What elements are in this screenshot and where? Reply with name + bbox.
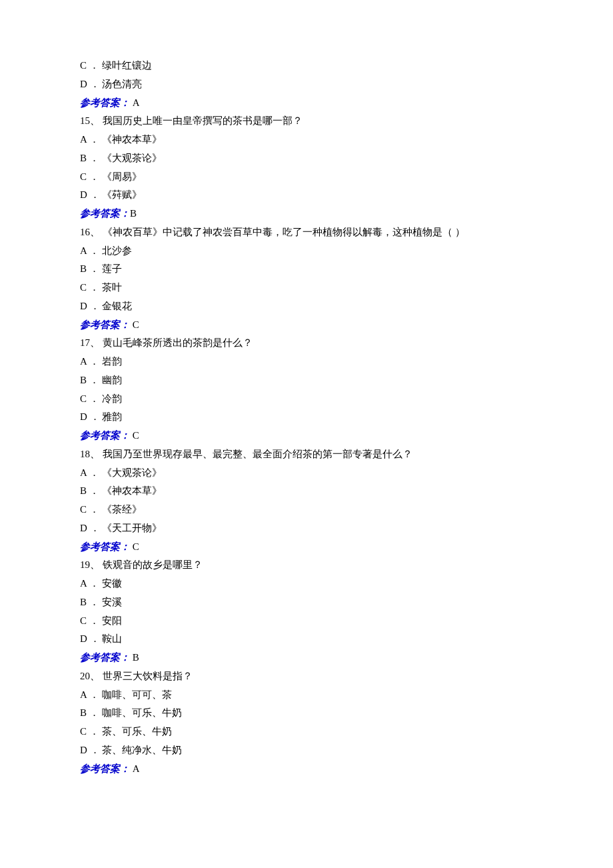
option-letter: B <box>80 707 87 718</box>
option-letter: D <box>80 79 87 89</box>
answer: 参考答案： A <box>80 760 533 779</box>
option: C ． 茶叶 <box>80 279 533 297</box>
option-text: 《天工开物》 <box>102 523 162 533</box>
option: A ． 北沙参 <box>80 242 533 261</box>
option-text: 岩韵 <box>102 356 122 367</box>
option-text: 安徽 <box>102 578 122 589</box>
option-text: 莲子 <box>102 263 122 274</box>
question-text: 世界三大饮料是指？ <box>100 671 193 681</box>
option-letter: C <box>80 726 87 737</box>
answer: 参考答案： B <box>80 649 533 667</box>
answer: 参考答案： C <box>80 316 533 335</box>
option-letter: D <box>80 633 87 644</box>
option-text: 咖啡、可可、茶 <box>102 689 172 700</box>
answer-value: C <box>130 319 139 330</box>
question-number: 16、 <box>80 227 100 237</box>
option-letter: A <box>80 134 87 145</box>
option-letter: D <box>80 301 87 311</box>
option-text: 安溪 <box>102 597 122 607</box>
option: C ． 茶、可乐、牛奶 <box>80 723 533 741</box>
option-text: 金银花 <box>102 301 132 311</box>
option: D ． 雅韵 <box>80 408 533 427</box>
answer-label: 参考答案： <box>80 652 130 663</box>
question-text: 铁观音的故乡是哪里？ <box>100 559 203 570</box>
option: B ． 莲子 <box>80 260 533 279</box>
option-letter: A <box>80 245 87 256</box>
option-letter: D <box>80 523 87 533</box>
option-text: 《大观茶论》 <box>102 153 162 163</box>
option: A ． 岩韵 <box>80 353 533 371</box>
leading-answer: 参考答案： A <box>80 94 533 113</box>
answer-value: B <box>130 652 139 663</box>
option: A ． 《神农本草》 <box>80 131 533 149</box>
option-text: 《大观茶论》 <box>102 467 162 478</box>
option: B ． 安溪 <box>80 593 533 612</box>
answer-value: C <box>130 541 139 552</box>
option-letter: C <box>80 615 87 626</box>
option-text: 《荈赋》 <box>102 189 142 200</box>
question-text: 黄山毛峰茶所透出的茶韵是什么？ <box>100 337 253 348</box>
option-text: 幽韵 <box>102 375 122 385</box>
option-text: 北沙参 <box>102 245 132 256</box>
question-number: 15、 <box>80 115 100 126</box>
answer-label: 参考答案： <box>80 763 130 774</box>
answer-value: C <box>130 430 139 441</box>
document-page: C ． 绿叶红镶边 D ． 汤色清亮 参考答案： A 15、 我国历史上唯一由皇… <box>0 0 613 868</box>
answer-value: B <box>130 208 137 219</box>
answer-value: A <box>130 97 140 108</box>
option: C ． 冷韵 <box>80 390 533 409</box>
option: C ． 安阳 <box>80 612 533 631</box>
option-text: 《茶经》 <box>102 504 142 515</box>
option: D ． 鞍山 <box>80 630 533 649</box>
option-letter: C <box>80 171 87 182</box>
question-stem: 18、 我国乃至世界现存最早、最完整、最全面介绍茶的第一部专著是什么？ <box>80 445 533 464</box>
leading-option: C ． 绿叶红镶边 <box>80 57 533 75</box>
option-letter: D <box>80 189 87 200</box>
question-stem: 19、 铁观音的故乡是哪里？ <box>80 556 533 575</box>
answer-value: A <box>130 763 140 774</box>
leading-option: D ． 汤色清亮 <box>80 75 533 94</box>
question-number: 17、 <box>80 337 100 348</box>
option-text: 汤色清亮 <box>102 79 142 89</box>
question-stem: 15、 我国历史上唯一由皇帝撰写的茶书是哪一部？ <box>80 112 533 131</box>
option-letter: B <box>80 485 87 496</box>
option: B ． 《神农本草》 <box>80 482 533 501</box>
question-text: 我国历史上唯一由皇帝撰写的茶书是哪一部？ <box>100 115 303 126</box>
answer-label: 参考答案： <box>80 97 130 108</box>
answer-label: 参考答案： <box>80 541 130 552</box>
answer-label: 参考答案： <box>80 319 130 330</box>
option-letter: B <box>80 263 87 274</box>
option-text: 安阳 <box>102 615 122 626</box>
option-letter: B <box>80 597 87 607</box>
option-letter: D <box>80 745 87 755</box>
option-letter: B <box>80 375 87 385</box>
option: D ． 金银花 <box>80 297 533 316</box>
option: D ． 茶、纯净水、牛奶 <box>80 741 533 760</box>
question-text: 《神农百草》中记载了神农尝百草中毒，吃了一种植物得以解毒，这种植物是（ ） <box>100 227 465 237</box>
option-text: 《神农本草》 <box>102 485 162 496</box>
option-text: 《周易》 <box>102 171 142 182</box>
option-letter: B <box>80 153 87 163</box>
answer-label: 参考答案： <box>80 430 130 441</box>
option: B ． 咖啡、可乐、牛奶 <box>80 704 533 723</box>
option: A ． 《大观茶论》 <box>80 464 533 483</box>
option-letter: C <box>80 60 87 71</box>
option: A ． 安徽 <box>80 575 533 593</box>
option: D ． 《天工开物》 <box>80 519 533 538</box>
option-letter: A <box>80 578 87 589</box>
option-text: 雅韵 <box>102 411 122 422</box>
question-number: 18、 <box>80 449 100 459</box>
option-text: 茶、可乐、牛奶 <box>102 726 172 737</box>
answer: 参考答案： C <box>80 538 533 557</box>
option-letter: D <box>80 411 87 422</box>
question-stem: 16、 《神农百草》中记载了神农尝百草中毒，吃了一种植物得以解毒，这种植物是（ … <box>80 223 533 242</box>
question-text: 我国乃至世界现存最早、最完整、最全面介绍茶的第一部专著是什么？ <box>100 449 412 459</box>
option-text: 咖啡、可乐、牛奶 <box>102 707 182 718</box>
answer-label: 参考答案： <box>80 208 130 219</box>
option-letter: C <box>80 504 87 515</box>
option-text: 冷韵 <box>102 393 122 404</box>
option: C ． 《茶经》 <box>80 501 533 519</box>
answer: 参考答案：B <box>80 205 533 223</box>
question-stem: 17、 黄山毛峰茶所透出的茶韵是什么？ <box>80 334 533 353</box>
option-letter: C <box>80 393 87 404</box>
